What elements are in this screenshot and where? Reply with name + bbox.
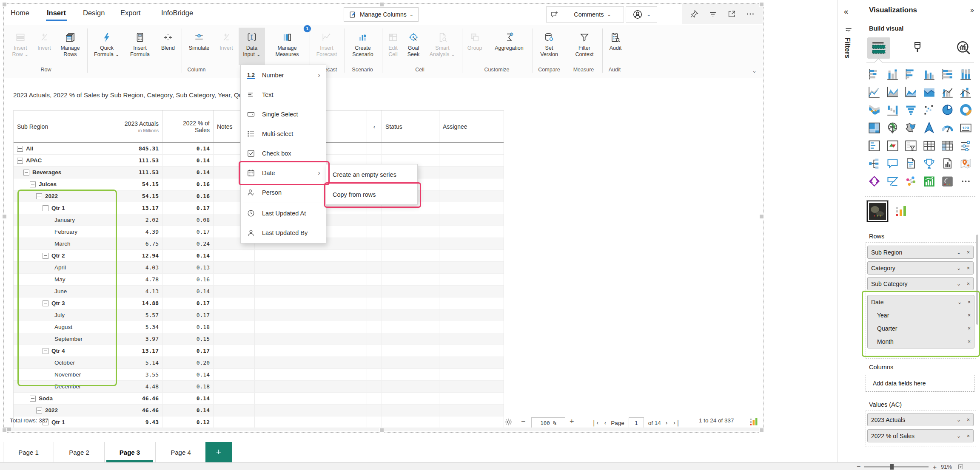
visual-type-donut-chart[interactable] <box>957 103 974 116</box>
notes-cell[interactable] <box>214 286 255 297</box>
status-cell[interactable] <box>382 381 439 392</box>
pct-of-sales-cell[interactable]: 0.14 <box>162 369 214 380</box>
notes-cell[interactable] <box>214 381 255 392</box>
status-cell[interactable] <box>382 345 439 357</box>
field-options-chevron-icon[interactable]: ⌄ <box>957 417 961 423</box>
custom-visual-inforiver-charts[interactable] <box>893 203 910 220</box>
notes-cell[interactable] <box>214 321 255 333</box>
status-cell[interactable] <box>382 321 439 333</box>
column-header-pct[interactable]: 2022 % ofSales <box>162 110 214 142</box>
visual-type-power-apps[interactable] <box>866 174 882 188</box>
pct-of-sales-cell[interactable]: 0.17 <box>162 309 214 321</box>
pct-of-sales-cell[interactable]: 0.20 <box>162 357 214 368</box>
ribbon-button-quick-formula[interactable]: QuickFormula ⌄ <box>91 28 123 65</box>
ribbon-collapse-icon[interactable]: ⌄ <box>752 68 757 74</box>
visual-type-hundred-stacked-column-chart[interactable] <box>957 67 974 81</box>
ribbon-button-filter-context[interactable]: FilterContext <box>568 28 601 65</box>
assignee-cell[interactable] <box>439 333 504 345</box>
actuals-cell[interactable]: 5.34 <box>112 321 162 333</box>
notes-cell[interactable] <box>214 393 255 404</box>
visual-type-line-chart[interactable] <box>866 85 882 99</box>
actuals-cell[interactable]: 4.13 <box>112 286 162 297</box>
visual-type-funnel-chart[interactable] <box>903 103 919 116</box>
collapse-row-icon[interactable] <box>23 170 29 176</box>
page-tab-2[interactable]: Page 2 <box>54 442 104 462</box>
visual-type-area-chart[interactable] <box>884 85 900 99</box>
ribbon-button-set-version[interactable]: SetVersion <box>535 28 563 65</box>
status-cell[interactable] <box>382 369 439 380</box>
ribbon-tab-infobridge[interactable]: InfoBridge <box>161 9 193 17</box>
canvas-zoom-out-icon[interactable]: − <box>857 463 860 470</box>
assignee-cell[interactable] <box>439 226 504 238</box>
field-options-chevron-icon[interactable]: ⌄ <box>957 299 962 305</box>
expand-filters-icon[interactable]: « <box>844 7 849 16</box>
table-row-july[interactable]: July5.570.17 <box>14 309 504 321</box>
add-page-button[interactable]: + <box>205 442 232 462</box>
pct-of-sales-cell[interactable]: 0.16 <box>162 190 214 202</box>
prev-page-icon[interactable]: ‹ <box>604 419 607 426</box>
pct-of-sales-cell[interactable]: 0.14 <box>162 286 214 297</box>
visual-type-scatter-chart[interactable] <box>921 103 937 116</box>
manage-columns-button[interactable]: Manage Columns ⌄ <box>344 7 419 22</box>
assignee-cell[interactable] <box>439 357 504 368</box>
table-row-september[interactable]: September3.970.15 <box>14 333 504 345</box>
collapse-row-icon[interactable] <box>30 181 36 187</box>
notes-cell[interactable] <box>214 405 255 416</box>
pct-of-sales-cell[interactable]: 0.17 <box>162 297 214 309</box>
ribbon-button-insert-formula[interactable]: InsertFormula <box>125 28 155 65</box>
status-cell[interactable] <box>382 309 439 321</box>
visual-type-goals[interactable] <box>921 156 937 170</box>
resize-handle[interactable] <box>2 428 7 433</box>
ribbon-tab-export[interactable]: Export <box>120 9 141 17</box>
pct-of-sales-cell[interactable]: 0.14 <box>162 250 214 261</box>
focus-mode-icon[interactable] <box>725 8 738 20</box>
ribbon-button-blend[interactable]: Blend <box>156 28 180 65</box>
pct-of-sales-cell[interactable]: 0.18 <box>162 321 214 333</box>
actuals-cell[interactable]: 111.53 <box>112 167 162 178</box>
remove-field-icon[interactable]: × <box>968 299 971 305</box>
assignee-cell[interactable] <box>439 202 504 214</box>
first-page-icon[interactable]: |‹ <box>592 419 599 426</box>
value-pill-2023-actuals[interactable]: 2023 Actuals⌄× <box>867 413 974 426</box>
resize-handle[interactable] <box>759 2 764 7</box>
assignee-cell[interactable] <box>439 321 504 333</box>
menu-item-person[interactable]: Person <box>241 183 326 202</box>
visual-type-slicer[interactable] <box>903 139 919 152</box>
ribbon-button-data-input[interactable]: DataInput ⌄ <box>239 28 265 65</box>
visual-type-qa-visual[interactable] <box>884 156 900 170</box>
table-row-november[interactable]: November3.550.14 <box>14 369 504 381</box>
table-row-june[interactable]: June4.130.14 <box>14 286 504 297</box>
assignee-cell[interactable] <box>439 274 504 285</box>
assignee-cell[interactable] <box>439 405 504 416</box>
pct-of-sales-cell[interactable]: 0.14 <box>162 143 214 154</box>
visual-type-matrix-visual[interactable] <box>939 139 955 152</box>
resize-handle[interactable] <box>379 428 384 433</box>
actuals-cell[interactable]: 46.46 <box>112 393 162 404</box>
visual-type-gauge[interactable] <box>939 121 955 134</box>
ribbon-button-simulate[interactable]: Simulate <box>184 28 214 65</box>
column-header-actuals[interactable]: 2023 Actualsin Millions <box>112 110 162 142</box>
ribbon-tab-design[interactable]: Design <box>83 9 105 17</box>
resize-handle[interactable] <box>759 214 764 219</box>
menu-item-text[interactable]: Text <box>241 85 326 105</box>
menu-item-last-updated-by[interactable]: Last Updated By <box>241 223 326 243</box>
filters-pane-title[interactable]: Filters <box>843 37 852 59</box>
resize-handle[interactable] <box>379 2 384 7</box>
table-row-october[interactable]: October5.140.20 <box>14 357 504 369</box>
notes-cell[interactable] <box>214 369 255 380</box>
assignee-cell[interactable] <box>439 297 504 309</box>
actuals-cell[interactable]: 5.14 <box>112 357 162 368</box>
table-row-qtr-4[interactable]: Qtr 413.170.17 <box>14 345 504 357</box>
actuals-cell[interactable]: 46.46 <box>112 405 162 416</box>
ribbon-button-audit[interactable]: Audit <box>605 28 626 65</box>
status-cell[interactable] <box>382 250 439 261</box>
zoom-out-button[interactable]: − <box>521 417 526 426</box>
build-visual-mode-button[interactable] <box>867 37 890 59</box>
collapse-row-icon[interactable] <box>36 408 42 413</box>
table-row-soda[interactable]: Soda46.460.14 <box>14 393 504 405</box>
zoom-level-box[interactable]: 100 % <box>531 417 565 428</box>
notes-cell[interactable] <box>214 250 255 261</box>
notes-cell[interactable] <box>214 274 255 285</box>
notes-cell[interactable] <box>214 262 255 273</box>
resize-handle[interactable] <box>759 428 764 433</box>
